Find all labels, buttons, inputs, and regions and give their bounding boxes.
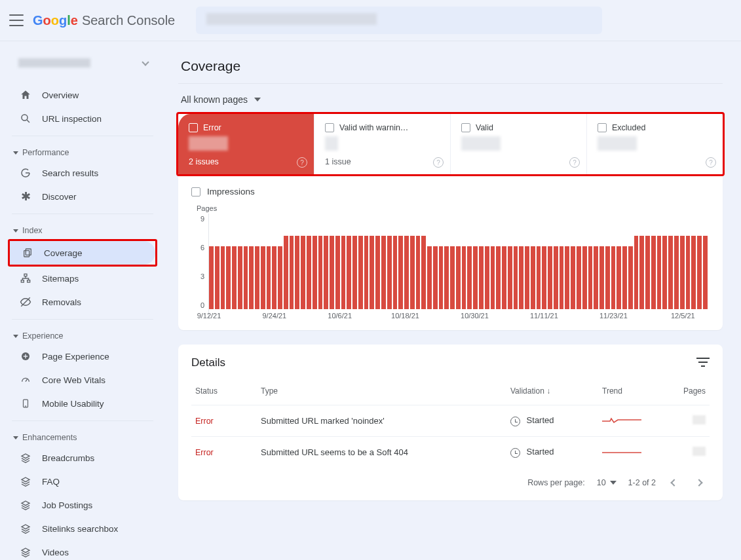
sidebar-item-core-web-vitals[interactable]: Core Web Vitals [8,368,157,392]
svg-rect-6 [28,280,30,282]
help-icon[interactable]: ? [433,157,444,168]
tab-excluded[interactable]: Excluded ? [587,114,723,174]
chevron-down-icon [254,98,261,102]
status-value: Error [195,448,214,457]
sidebar-item-sitemaps[interactable]: Sitemaps [8,267,157,290]
checkbox-icon[interactable] [189,123,198,132]
filter-icon[interactable] [696,358,710,368]
help-icon[interactable]: ? [297,157,307,168]
table-row[interactable]: ErrorSubmitted URL marked 'noindex' Star… [191,405,710,437]
col-trend[interactable]: Trend [598,381,670,405]
page-filter-dropdown[interactable]: All known pages [181,94,723,105]
validation-value: Started [506,437,598,468]
sidebar-item-faq[interactable]: FAQ [8,470,157,493]
tab-label: Valid with warnin… [339,123,408,132]
sidebar-item-label: Sitemaps [42,274,79,284]
help-icon[interactable]: ? [569,157,580,168]
clock-icon [510,448,520,458]
tab-issue-count: 1 issue [325,157,440,166]
sitemap-icon [20,272,31,284]
divider [12,319,153,320]
coverage-card: Error 2 issues ? Valid with warnin… 1 is… [178,112,723,330]
product-logo: Google Search Console [33,13,175,28]
layers-icon [20,499,31,511]
sidebar-item-label: Sitelinks searchbox [42,524,118,534]
sidebar-item-label: Removals [42,297,81,307]
sidebar-item-discover[interactable]: ✱ Discover [8,185,157,208]
pages-value [670,405,710,437]
circle-plus-icon [20,350,31,362]
svg-rect-2 [26,249,31,255]
impressions-label: Impressions [207,187,255,196]
sidebar-item-label: Overview [42,90,79,100]
google-logo-text: Google [33,13,78,28]
col-type[interactable]: Type [257,381,506,405]
svg-point-0 [22,115,28,121]
checkbox-icon[interactable] [191,187,200,196]
coverage-chart: Pages 9630 9/12/219/24/2110/6/2110/18/21… [178,200,723,321]
search-icon [20,113,31,124]
impressions-toggle[interactable]: Impressions [178,176,723,200]
tab-error[interactable]: Error 2 issues ? [178,114,314,174]
annotation-highlight: Coverage [8,239,157,267]
caret-down-icon [13,151,18,155]
sidebar-item-videos[interactable]: Videos [8,540,157,560]
col-validation[interactable]: Validation ↓ [506,381,598,405]
sidebar-item-label: Videos [42,548,69,557]
eye-off-icon [20,296,31,308]
sidebar-item-label: Page Experience [42,352,109,362]
sidebar-item-job-postings[interactable]: Job Postings [8,493,157,517]
divider [12,214,153,214]
product-name: Search Console [82,13,175,28]
caret-down-icon [13,436,18,439]
layers-icon [20,546,31,558]
top-bar: Google Search Console [0,0,741,41]
col-pages[interactable]: Pages [670,381,710,405]
sidebar-item-mobile-usability[interactable]: Mobile Usability [8,392,157,415]
url-inspect-search[interactable] [196,7,602,34]
sidebar-item-url-inspection[interactable]: URL inspection [8,107,157,130]
caret-down-icon [13,335,18,338]
details-table: Status Type Validation ↓ Trend Pages Err… [191,381,710,468]
group-performance[interactable]: Performance [4,141,161,161]
group-index[interactable]: Index [4,219,161,239]
sidebar-item-label: Job Postings [42,500,92,510]
sidebar-item-sitelinks-searchbox[interactable]: Sitelinks searchbox [8,517,157,540]
sidebar-item-label: Mobile Usability [42,399,104,409]
svg-rect-5 [21,280,24,282]
menu-icon[interactable] [9,14,24,26]
redacted-text [325,136,338,151]
sort-arrow-icon: ↓ [546,386,550,396]
status-tabs: Error 2 issues ? Valid with warnin… 1 is… [178,114,723,174]
tab-valid[interactable]: Valid ? [451,114,587,174]
table-row[interactable]: ErrorSubmitted URL seems to be a Soft 40… [191,437,710,468]
sidebar-item-breadcrumbs[interactable]: Breadcrumbs [8,446,157,470]
status-value: Error [195,417,214,426]
help-icon[interactable]: ? [706,157,716,168]
next-page-button[interactable] [693,474,706,491]
sidebar-item-search-results[interactable]: Search results [8,161,157,185]
tab-label: Error [203,123,221,132]
clock-icon [510,417,520,426]
sidebar-item-overview[interactable]: Overview [8,83,157,107]
group-enhancements[interactable]: Enhancements [4,426,161,446]
sidebar-item-removals[interactable]: Removals [8,290,157,314]
chart-plot: 9/12/219/24/2110/6/2110/18/2110/30/2111/… [208,214,707,318]
checkbox-icon[interactable] [598,123,607,132]
property-selector[interactable] [9,50,156,77]
tab-valid-with-warnings[interactable]: Valid with warnin… 1 issue ? [314,114,451,174]
group-experience[interactable]: Experience [4,325,161,345]
redacted-text [461,136,501,151]
checkbox-icon[interactable] [461,123,470,132]
rows-per-page-select[interactable]: 10 [597,478,617,487]
filter-label: All known pages [181,94,248,105]
pager-range: 1-2 of 2 [628,478,656,487]
col-status[interactable]: Status [191,381,257,405]
annotation-highlight: Error 2 issues ? Valid with warnin… 1 is… [176,112,725,176]
table-pager: Rows per page: 10 1-2 of 2 [191,468,710,494]
sidebar-item-page-experience[interactable]: Page Experience [8,345,157,368]
details-title: Details [191,356,225,369]
prev-page-button[interactable] [668,474,681,491]
sidebar-item-coverage[interactable]: Coverage [10,241,155,265]
checkbox-icon[interactable] [325,123,334,132]
